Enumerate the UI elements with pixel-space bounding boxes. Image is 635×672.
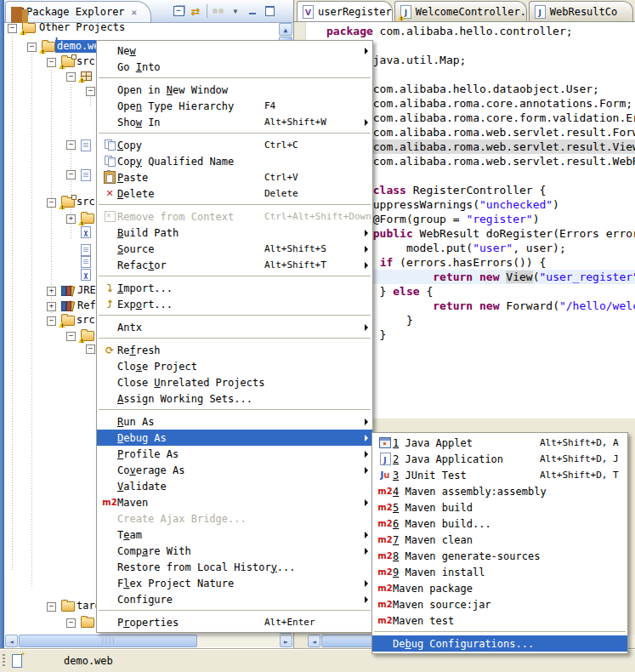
debug-submenu-item-3-junit-test[interactable]: Ju3 JUnit TestAlt+Shift+D, T: [372, 467, 627, 483]
context-menu-item-new[interactable]: New: [97, 43, 372, 59]
velocity-file-icon: [303, 5, 314, 19]
code-line[interactable]: package com.alibaba.hello.controller;: [294, 24, 635, 38]
menu-item-label: Team: [117, 529, 142, 541]
submenu-arrow-icon: [365, 246, 368, 253]
editor-tab-userregister-vm[interactable]: userRegister.vm: [297, 1, 393, 21]
warn-overlay-icon: [78, 77, 85, 83]
statusbar-handle[interactable]: [3, 654, 5, 668]
scroll-up-icon[interactable]: ▲: [279, 23, 292, 36]
context-menu-item-debug-as[interactable]: Debug As: [97, 430, 372, 446]
context-menu-item-delete[interactable]: ✕DeleteDelete: [97, 185, 372, 202]
tree-item-other-projects[interactable]: Other Projects: [37, 23, 127, 34]
tree-item-src[interactable]: src: [75, 55, 97, 68]
collapse-box-icon[interactable]: −: [66, 618, 76, 628]
close-icon[interactable]: ✕: [132, 7, 138, 18]
collapse-box-icon[interactable]: −: [66, 140, 76, 150]
context-menu-item-close-project[interactable]: Close Project: [97, 358, 372, 374]
context-menu-item-create-ajax-bridge[interactable]: Create Ajax Bridge...: [97, 510, 372, 527]
collapse-box-icon[interactable]: −: [47, 58, 56, 67]
file-icon: [81, 169, 91, 181]
debug-submenu-item-9-maven-install[interactable]: m29 Maven install: [372, 564, 627, 580]
debug-submenu-item-maven-test[interactable]: m2Maven test: [372, 612, 627, 629]
context-menu-item-coverage-as[interactable]: Coverage As: [97, 462, 372, 478]
expand-box-icon[interactable]: +: [47, 302, 56, 311]
context-menu-item-maven[interactable]: m2Maven: [97, 494, 372, 510]
context-menu-item-antx[interactable]: Antx: [97, 319, 372, 335]
debug-submenu-item-debug-configurations[interactable]: Debug Configurations...: [372, 635, 627, 652]
debug-submenu-item-7-maven-clean[interactable]: m27 Maven clean: [372, 532, 627, 548]
menu-item-label: Open Type Hierarchy: [117, 100, 234, 112]
collapse-box-icon[interactable]: −: [66, 170, 76, 179]
tree-item-src[interactable]: src: [75, 314, 97, 327]
code-token: "/hello/welcome": [559, 299, 635, 312]
debug-submenu-item-1-java-applet[interactable]: 1 Java AppletAlt+Shift+D, A: [372, 435, 627, 451]
context-menu-item-close-unrelated-projects[interactable]: Close Unrelated Projects: [97, 374, 372, 390]
context-menu-item-copy[interactable]: CopyCtrl+C: [97, 137, 372, 153]
menu-item-label: Create Ajax Bridge...: [117, 513, 247, 525]
context-menu-item-configure[interactable]: Configure: [97, 591, 372, 607]
debug-submenu-item-2-java-application[interactable]: 2 Java ApplicationAlt+Shift+D, J: [372, 451, 627, 467]
chevron-down-icon: ▼: [234, 8, 238, 15]
debug-submenu-item-4-maven-assembly-assembly[interactable]: m24 Maven assembly:assembly: [372, 483, 627, 499]
expand-box-icon[interactable]: +: [66, 214, 76, 224]
debug-submenu-item-8-maven-generate-sources[interactable]: m28 Maven generate-sources: [372, 548, 627, 564]
tree-item-src[interactable]: src: [75, 196, 97, 208]
scroll-right-icon[interactable]: ►: [280, 635, 292, 647]
context-menu-item-team[interactable]: Team: [97, 527, 372, 543]
debug-submenu-item-maven-package[interactable]: m2Maven package: [372, 580, 627, 596]
context-menu-item-open-in-new-window[interactable]: Open in New Window: [97, 82, 372, 98]
expand-box-icon[interactable]: +: [47, 287, 56, 296]
context-menu-item-properties[interactable]: PropertiesAlt+Enter: [97, 614, 372, 630]
context-menu-item-profile-as[interactable]: Profile As: [97, 446, 372, 462]
collapse-box-icon[interactable]: −: [47, 602, 56, 612]
java-file-icon: [535, 5, 546, 19]
view-menu-button[interactable]: ▼: [227, 3, 244, 19]
context-menu-item-remove-from-context[interactable]: Remove from ContextCtrl+Alt+Shift+Down: [97, 208, 372, 225]
tab-package-explorer[interactable]: Package Explorer ✕: [5, 1, 151, 22]
scroll-left-icon[interactable]: ◄: [308, 635, 320, 647]
tree-hscrollbar[interactable]: ◄ ►: [5, 635, 292, 647]
context-menu-item-refactor[interactable]: RefactorAlt+Shift+T: [97, 257, 372, 273]
context-menu-item-copy-qualified-name[interactable]: Copy Qualified Name: [97, 153, 372, 169]
minimize-button[interactable]: [244, 3, 261, 19]
context-menu-item-show-in[interactable]: Show InAlt+Shift+W: [97, 114, 372, 130]
context-menu-item-restore-from-local-history[interactable]: Restore from Local History...: [97, 559, 372, 575]
menu-separator: [99, 315, 371, 316]
context-menu-item-import[interactable]: ⤵Import...: [97, 280, 372, 296]
code-token: com.alibaba.roma.core.annotations.Form;: [366, 97, 632, 110]
warn-overlay-icon: [78, 337, 85, 343]
collapse-box-icon[interactable]: −: [66, 332, 76, 341]
context-menu-item-compare-with[interactable]: Compare With: [97, 543, 372, 559]
context-menu-item-source[interactable]: SourceAlt+Shift+S: [97, 241, 372, 257]
collapse-box-icon[interactable]: −: [86, 345, 95, 354]
scroll-left-icon[interactable]: ◄: [5, 635, 18, 647]
maximize-button[interactable]: [261, 3, 278, 19]
debug-submenu-item-6-maven-build[interactable]: m26 Maven build...: [372, 515, 627, 532]
context-menu-item-flex-project-nature[interactable]: Flex Project Nature: [97, 575, 372, 591]
collapse-box-icon[interactable]: −: [27, 43, 37, 52]
collapse-box-icon[interactable]: −: [47, 198, 56, 208]
debug-submenu-item-maven-source-jar[interactable]: m2Maven source:jar: [372, 596, 627, 612]
debug-submenu-item-5-maven-build[interactable]: m25 Maven build: [372, 499, 627, 515]
context-menu-item-validate[interactable]: Validate: [97, 478, 372, 494]
collapse-box-icon[interactable]: −: [86, 87, 95, 96]
editor-tab-webresultco[interactable]: WebResultCo: [529, 1, 633, 21]
code-token: return: [433, 299, 473, 312]
context-menu-item-run-as[interactable]: Run As: [97, 413, 372, 430]
context-menu-item-export[interactable]: ⤴Export...: [97, 296, 372, 312]
context-menu-item-paste[interactable]: PasteCtrl+V: [97, 169, 372, 185]
code-token: ): [533, 213, 540, 225]
context-menu-item-go-into[interactable]: Go Into: [97, 59, 372, 75]
context-menu-item-open-type-hierarchy[interactable]: Open Type HierarchyF4: [97, 98, 372, 114]
tree-hscroll-thumb[interactable]: [19, 635, 197, 647]
collapse-box-icon[interactable]: −: [8, 24, 17, 33]
collapse-all-button[interactable]: −: [170, 3, 187, 19]
focus-button[interactable]: [210, 3, 227, 19]
collapse-box-icon[interactable]: −: [47, 316, 56, 326]
context-menu-item-refresh[interactable]: ⟳Refresh: [97, 342, 372, 358]
collapse-box-icon[interactable]: −: [66, 72, 76, 82]
link-with-editor-button[interactable]: ⇄: [187, 3, 204, 19]
context-menu-item-assign-working-sets[interactable]: Assign Working Sets...: [97, 390, 372, 407]
context-menu-item-build-path[interactable]: Build Path: [97, 225, 372, 241]
editor-tab-welcomecontroller-ja[interactable]: WelcomeController.ja: [394, 1, 527, 21]
